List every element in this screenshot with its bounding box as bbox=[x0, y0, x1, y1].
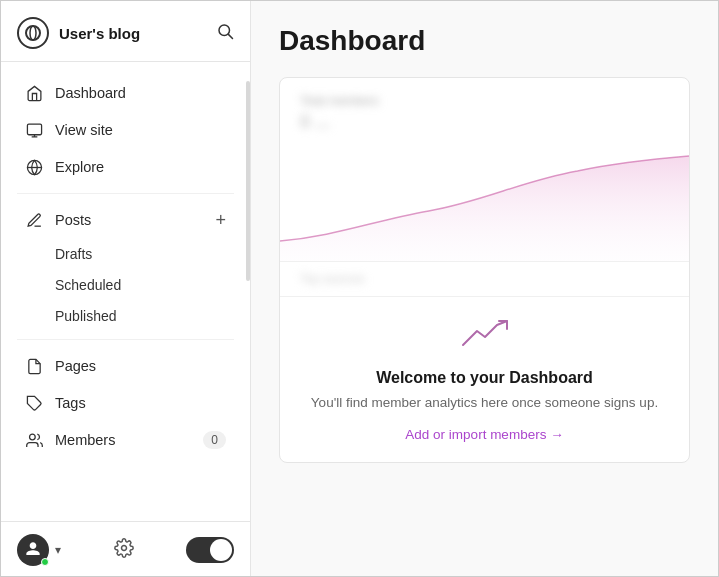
add-post-button[interactable]: + bbox=[215, 211, 226, 229]
pages-label: Pages bbox=[55, 358, 96, 374]
explore-label: Explore bbox=[55, 159, 104, 175]
toggle-knob bbox=[210, 539, 232, 561]
settings-icon[interactable] bbox=[114, 538, 134, 563]
drafts-label: Drafts bbox=[55, 246, 92, 262]
posts-icon bbox=[25, 211, 43, 229]
avatar bbox=[17, 534, 49, 566]
scheduled-label: Scheduled bbox=[55, 277, 121, 293]
sidebar: User's blog Dashboard bbox=[1, 1, 251, 577]
pages-icon bbox=[25, 357, 43, 375]
svg-point-11 bbox=[121, 545, 126, 550]
add-import-members-link[interactable]: Add or import members → bbox=[405, 427, 563, 442]
chart-area bbox=[280, 141, 689, 261]
main-content: Dashboard Total members 0 ... Top source… bbox=[251, 1, 718, 577]
sidebar-item-explore[interactable]: Explore bbox=[9, 149, 242, 185]
avatar-user-icon bbox=[25, 541, 41, 560]
total-members-label: Total members bbox=[300, 94, 669, 108]
chevron-down-icon: ▾ bbox=[55, 543, 61, 557]
sidebar-item-members[interactable]: Members 0 bbox=[9, 422, 242, 458]
theme-toggle[interactable] bbox=[186, 537, 234, 563]
top-sources-label: Top sources bbox=[300, 272, 669, 286]
trending-up-icon bbox=[461, 317, 509, 357]
brand-name: User's blog bbox=[59, 25, 140, 42]
online-indicator bbox=[41, 558, 49, 566]
view-site-icon bbox=[25, 121, 43, 139]
sidebar-item-pages[interactable]: Pages bbox=[9, 348, 242, 384]
sidebar-item-tags[interactable]: Tags bbox=[9, 385, 242, 421]
welcome-section: Welcome to your Dashboard You'll find me… bbox=[280, 296, 689, 462]
search-icon[interactable] bbox=[216, 22, 234, 45]
sidebar-item-published[interactable]: Published bbox=[9, 301, 242, 331]
card-footer: Top sources bbox=[280, 261, 689, 296]
posts-label: Posts bbox=[55, 212, 91, 228]
members-label: Members bbox=[55, 432, 115, 448]
total-members-value: 0 ... bbox=[300, 112, 669, 133]
svg-rect-4 bbox=[27, 124, 41, 135]
sidebar-item-view-site[interactable]: View site bbox=[9, 112, 242, 148]
posts-header-left: Posts bbox=[25, 211, 91, 229]
view-site-label: View site bbox=[55, 122, 113, 138]
explore-icon bbox=[25, 158, 43, 176]
nav-divider-1 bbox=[17, 193, 234, 194]
sidebar-item-dashboard[interactable]: Dashboard bbox=[9, 75, 242, 111]
sidebar-footer: ▾ bbox=[1, 521, 250, 577]
svg-point-10 bbox=[29, 434, 35, 440]
welcome-title: Welcome to your Dashboard bbox=[376, 369, 593, 387]
sidebar-header: User's blog bbox=[1, 1, 250, 62]
svg-point-1 bbox=[30, 26, 36, 40]
welcome-subtitle: You'll find member analytics here once s… bbox=[311, 393, 658, 413]
nav-divider-2 bbox=[17, 339, 234, 340]
published-label: Published bbox=[55, 308, 117, 324]
sidebar-brand[interactable]: User's blog bbox=[17, 17, 140, 49]
sidebar-item-scheduled[interactable]: Scheduled bbox=[9, 270, 242, 300]
sidebar-item-drafts[interactable]: Drafts bbox=[9, 239, 242, 269]
members-icon bbox=[25, 431, 43, 449]
dashboard-label: Dashboard bbox=[55, 85, 126, 101]
brand-logo bbox=[17, 17, 49, 49]
dashboard-card: Total members 0 ... Top sources bbox=[279, 77, 690, 463]
user-avatar-area[interactable]: ▾ bbox=[17, 534, 61, 566]
svg-line-3 bbox=[228, 34, 232, 38]
card-stats-top: Total members 0 ... bbox=[280, 78, 689, 133]
scrollbar[interactable] bbox=[246, 81, 250, 281]
dashboard-icon bbox=[25, 84, 43, 102]
posts-section: Posts + Drafts Scheduled Published bbox=[1, 202, 250, 331]
tags-label: Tags bbox=[55, 395, 86, 411]
tags-icon bbox=[25, 394, 43, 412]
sidebar-nav: Dashboard View site Explor bbox=[1, 62, 250, 521]
page-title: Dashboard bbox=[279, 25, 690, 57]
svg-point-0 bbox=[26, 26, 40, 40]
sidebar-item-posts[interactable]: Posts + bbox=[9, 202, 242, 238]
members-badge: 0 bbox=[203, 431, 226, 449]
